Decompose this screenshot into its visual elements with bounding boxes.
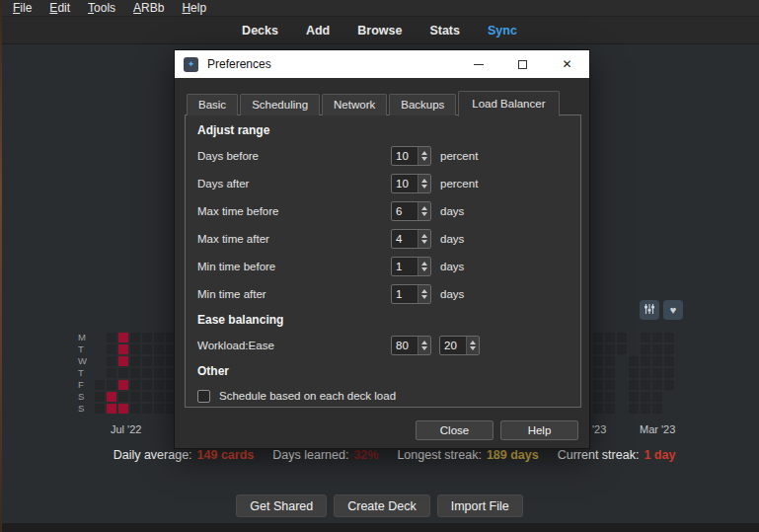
heatmap-cell[interactable] <box>652 333 662 342</box>
heatmap-cell[interactable] <box>130 392 140 402</box>
nav-decks[interactable]: Decks <box>242 24 278 38</box>
maximize-button[interactable] <box>500 51 545 78</box>
heatmap-cell-reviewed[interactable] <box>107 392 116 402</box>
heatmap-cell[interactable] <box>118 368 128 378</box>
nav-browse[interactable]: Browse <box>357 24 402 38</box>
heatmap-cell[interactable] <box>629 368 639 378</box>
heatmap-cell[interactable] <box>629 392 639 402</box>
spin-down-icon[interactable] <box>421 267 427 271</box>
spinbox-value[interactable]: 1 <box>392 258 417 275</box>
heatmap-cell[interactable] <box>605 344 615 354</box>
create-deck-button[interactable]: Create Deck <box>334 494 429 517</box>
heatmap-cell[interactable] <box>641 356 650 366</box>
spinbox-arrows[interactable] <box>417 230 430 248</box>
heatmap-cell[interactable] <box>154 380 164 390</box>
heatmap-cell[interactable] <box>107 356 116 366</box>
import-file-button[interactable]: Import File <box>437 494 523 517</box>
menu-tools[interactable]: Tools <box>79 0 124 16</box>
heatmap-cell[interactable] <box>130 333 140 342</box>
deck-load-checkbox[interactable] <box>197 390 210 403</box>
heatmap-cell[interactable] <box>652 404 662 414</box>
spin-up-icon[interactable] <box>421 151 427 155</box>
heatmap-cell[interactable] <box>107 368 116 378</box>
spinbox-value[interactable]: 10 <box>392 147 417 165</box>
spinbox-arrows[interactable] <box>417 285 430 303</box>
tab-backups[interactable]: Backups <box>389 94 456 115</box>
heatmap-cell-reviewed[interactable] <box>118 333 128 342</box>
heatmap-cell-reviewed[interactable] <box>118 404 128 414</box>
heatmap-cell[interactable] <box>142 356 152 366</box>
heatmap-cell[interactable] <box>154 404 164 414</box>
spin-up-icon[interactable] <box>421 289 427 293</box>
spin-up-icon[interactable] <box>421 234 427 238</box>
heatmap-cell[interactable] <box>130 344 140 354</box>
close-button[interactable]: Close <box>416 420 493 440</box>
spinbox-arrows[interactable] <box>417 175 430 192</box>
heatmap-cell[interactable] <box>664 368 674 378</box>
heatmap-support-button[interactable]: ♥ <box>663 300 683 320</box>
spinbox-value[interactable]: 4 <box>392 230 417 248</box>
heatmap-cell[interactable] <box>154 356 164 366</box>
heatmap-cell[interactable] <box>641 368 650 378</box>
heatmap-cell[interactable] <box>142 368 152 378</box>
spinbox-value[interactable]: 80 <box>392 337 417 354</box>
heatmap-cell[interactable] <box>641 344 650 354</box>
heatmap-cell[interactable] <box>652 380 662 390</box>
spinbox-value[interactable]: 10 <box>392 175 417 192</box>
spinbox-value[interactable]: 1 <box>392 285 417 303</box>
spin-down-icon[interactable] <box>421 346 427 350</box>
heatmap-cell[interactable] <box>107 344 116 354</box>
heatmap-cell[interactable] <box>629 380 639 390</box>
heatmap-cell-reviewed[interactable] <box>107 404 116 414</box>
get-shared-button[interactable]: Get Shared <box>236 494 327 517</box>
spinbox-arrows[interactable] <box>466 337 479 354</box>
heatmap-cell[interactable] <box>629 356 639 366</box>
heatmap-cell[interactable] <box>593 344 603 354</box>
nav-sync[interactable]: Sync <box>488 24 517 38</box>
spin-down-icon[interactable] <box>470 346 476 350</box>
heatmap-cell[interactable] <box>664 356 674 366</box>
spin-up-icon[interactable] <box>421 206 427 210</box>
ease-spinbox[interactable]: 20 <box>439 336 480 355</box>
days-after-spinbox[interactable]: 10 <box>391 174 431 193</box>
days-before-spinbox[interactable]: 10 <box>391 146 431 166</box>
heatmap-cell[interactable] <box>664 333 674 342</box>
spinbox-arrows[interactable] <box>417 202 430 220</box>
heatmap-cell[interactable] <box>95 404 105 414</box>
dialog-titlebar[interactable]: ✦ Preferences ✕ <box>175 50 589 78</box>
heatmap-cell[interactable] <box>154 333 164 342</box>
heatmap-cell[interactable] <box>664 344 674 354</box>
tab-network[interactable]: Network <box>322 94 387 115</box>
spinbox-value[interactable]: 6 <box>392 202 417 220</box>
heatmap-cell[interactable] <box>664 380 674 390</box>
heatmap-cell-reviewed[interactable] <box>118 356 128 366</box>
minimize-button[interactable] <box>456 51 500 78</box>
heatmap-cell[interactable] <box>605 333 615 342</box>
close-window-button[interactable]: ✕ <box>545 51 589 78</box>
heatmap-cell[interactable] <box>154 344 164 354</box>
heatmap-cell[interactable] <box>641 404 650 414</box>
spinbox-arrows[interactable] <box>417 147 430 165</box>
heatmap-cell[interactable] <box>652 344 662 354</box>
heatmap-cell[interactable] <box>154 392 164 402</box>
heatmap-cell-reviewed[interactable] <box>118 380 128 390</box>
heatmap-cell[interactable] <box>142 333 152 342</box>
min-time-after-spinbox[interactable]: 1 <box>391 284 431 304</box>
heatmap-cell[interactable] <box>629 404 639 414</box>
heatmap-cell[interactable] <box>130 404 140 414</box>
heatmap-cell[interactable] <box>154 368 164 378</box>
heatmap-cell[interactable] <box>130 368 140 378</box>
heatmap-cell[interactable] <box>142 380 152 390</box>
heatmap-cell[interactable] <box>593 392 603 402</box>
heatmap-cell[interactable] <box>605 356 615 366</box>
spin-down-icon[interactable] <box>421 212 427 216</box>
heatmap-cell[interactable] <box>593 356 603 366</box>
heatmap-cell[interactable] <box>652 368 662 378</box>
spinbox-arrows[interactable] <box>417 337 430 354</box>
max-time-before-spinbox[interactable]: 6 <box>391 201 431 221</box>
heatmap-cell[interactable] <box>605 368 615 378</box>
heatmap-cell[interactable] <box>652 392 662 402</box>
heatmap-cell[interactable] <box>130 380 140 390</box>
heatmap-cell[interactable] <box>95 392 105 402</box>
min-time-before-spinbox[interactable]: 1 <box>391 257 431 276</box>
